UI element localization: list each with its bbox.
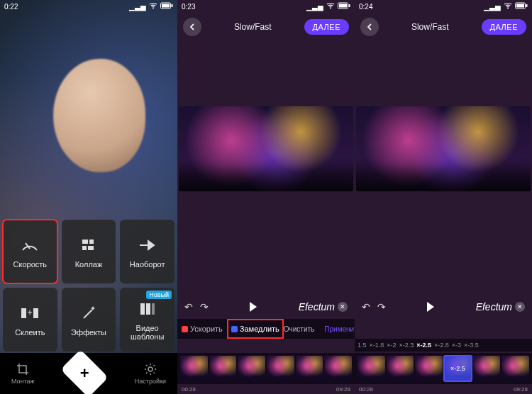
svg-rect-19 <box>349 4 350 7</box>
status-bar: 0:22 ▁▃▅ <box>0 0 177 13</box>
svg-rect-5 <box>82 240 88 244</box>
next-button[interactable]: ДАЛЕЕ <box>304 19 349 35</box>
mul-option[interactable]: ×-3.5 <box>464 342 479 349</box>
mul-option[interactable]: ×-1.8 <box>370 342 384 349</box>
speed-mode-tabs: Ускорить Замедлить Очистить Применить <box>177 319 355 339</box>
svg-rect-14 <box>146 303 150 315</box>
battery-icon <box>160 2 173 11</box>
timeline[interactable] <box>177 353 355 384</box>
playback-row: ↶ ↷ Efectum✕ <box>177 296 355 317</box>
red-square-icon <box>182 326 188 332</box>
action-tiles: Скорость Коллаж Наоборот + Склеить Эффек… <box>3 220 174 351</box>
timeline-thumb[interactable] <box>296 356 323 381</box>
battery-icon <box>515 2 528 11</box>
video-preview[interactable] <box>179 106 353 191</box>
time-start: 00:28 <box>182 386 196 393</box>
multiplier-row[interactable]: 1.5 ×-1.8 ×-2 ×-2.3 ×-2.5 ×-2.8 ×-3 ×-3.… <box>355 339 532 351</box>
status-bar: 0:24 ▁▃▅ <box>355 0 532 13</box>
svg-point-17 <box>330 8 331 9</box>
tile-label: Эффекты <box>71 328 106 337</box>
status-time: 0:22 <box>4 3 18 11</box>
timeline-thumb[interactable] <box>358 356 385 381</box>
tile-label: Видео шаблоны <box>120 324 174 341</box>
svg-line-12 <box>84 310 92 318</box>
watermark: Efectum✕ <box>299 301 348 313</box>
svg-rect-13 <box>140 303 145 315</box>
undo-button[interactable]: ↶ <box>362 301 370 313</box>
nav-montage[interactable]: Монтаж <box>11 363 35 385</box>
tile-collage[interactable]: Коллаж <box>62 220 116 283</box>
wifi-icon <box>326 2 335 11</box>
close-watermark-icon[interactable]: ✕ <box>515 302 525 312</box>
time-end: 09:28 <box>336 386 350 393</box>
mul-option[interactable]: ×-2 <box>387 342 396 349</box>
video-preview[interactable] <box>356 106 531 191</box>
collage-icon <box>78 235 99 256</box>
timeline-thumb[interactable] <box>267 356 294 381</box>
timeline-thumb[interactable] <box>238 356 265 381</box>
svg-rect-3 <box>162 4 170 8</box>
tile-label: Коллаж <box>75 260 103 269</box>
home-screen: 0:22 ▁▃▅ Скорость Коллаж <box>0 0 177 394</box>
mul-option[interactable]: ×-2.8 <box>434 342 449 349</box>
svg-rect-2 <box>172 4 173 7</box>
timeline[interactable] <box>355 353 532 384</box>
top-bar: Slow/Fast ДАЛЕЕ <box>177 13 355 41</box>
nav-settings[interactable]: Настройки <box>135 363 166 385</box>
undo-button[interactable]: ↶ <box>184 301 193 313</box>
status-time: 0:24 <box>359 3 372 11</box>
redo-button[interactable]: ↷ <box>200 301 209 313</box>
time-labels: 00:28 09:28 <box>182 386 350 393</box>
mul-option[interactable]: ×-2.3 <box>399 342 414 349</box>
tile-effects[interactable]: Эффекты <box>62 288 116 351</box>
nav-label: Настройки <box>135 378 166 385</box>
tab-speedup[interactable]: Ускорить <box>177 319 227 339</box>
tile-label: Наоборот <box>130 260 165 269</box>
tile-templates[interactable]: Новый Видео шаблоны <box>120 288 174 351</box>
timeline-thumb[interactable] <box>387 356 414 381</box>
apply-button[interactable]: Применить <box>324 325 355 333</box>
plus-icon: + <box>80 364 89 383</box>
tab-slowdown[interactable]: Замедлить <box>227 319 284 339</box>
tile-speed[interactable]: Скорость <box>3 220 57 283</box>
top-bar: Slow/Fast ДАЛЕЕ <box>355 13 532 41</box>
svg-rect-23 <box>526 4 528 7</box>
timeline-thumb[interactable] <box>324 356 352 381</box>
close-watermark-icon[interactable]: ✕ <box>338 302 348 312</box>
timeline-thumb-selected[interactable] <box>444 356 472 381</box>
svg-text:+: + <box>28 308 33 317</box>
back-button[interactable] <box>183 18 201 36</box>
battery-icon <box>338 2 350 11</box>
next-button[interactable]: ДАЛЕЕ <box>482 19 526 35</box>
signal-icon: ▁▃▅ <box>306 3 323 11</box>
timeline-thumb[interactable] <box>180 356 208 381</box>
mul-option[interactable]: ×-3 <box>452 342 461 349</box>
timeline-thumb[interactable] <box>415 356 443 381</box>
time-end: 09:28 <box>514 386 528 393</box>
timeline-thumb[interactable] <box>501 356 529 381</box>
mul-option[interactable]: 1.5 <box>358 342 367 349</box>
screen-title: Slow/Fast <box>201 22 304 32</box>
create-button[interactable]: + <box>60 349 109 394</box>
clear-button[interactable]: Очистить <box>284 325 315 333</box>
tile-splice[interactable]: + Склеить <box>3 288 57 351</box>
svg-point-0 <box>153 8 154 9</box>
watermark: Efectum✕ <box>476 301 525 313</box>
back-button[interactable] <box>360 18 379 36</box>
svg-rect-15 <box>152 303 155 315</box>
redo-button[interactable]: ↷ <box>377 301 386 313</box>
svg-rect-7 <box>82 246 87 250</box>
play-button[interactable] <box>427 302 434 312</box>
nav-label: Монтаж <box>11 378 35 385</box>
play-button[interactable] <box>250 302 257 312</box>
chevron-left-icon <box>366 23 373 30</box>
new-badge: Новый <box>146 291 172 299</box>
timeline-thumb[interactable] <box>209 356 237 381</box>
signal-icon: ▁▃▅ <box>129 3 146 11</box>
timeline-thumb[interactable] <box>473 356 501 381</box>
svg-rect-6 <box>89 240 94 244</box>
tile-reverse[interactable]: Наоборот <box>120 220 174 283</box>
magic-wand-icon <box>78 303 99 324</box>
templates-icon <box>137 298 158 320</box>
mul-option-active[interactable]: ×-2.5 <box>416 342 431 349</box>
